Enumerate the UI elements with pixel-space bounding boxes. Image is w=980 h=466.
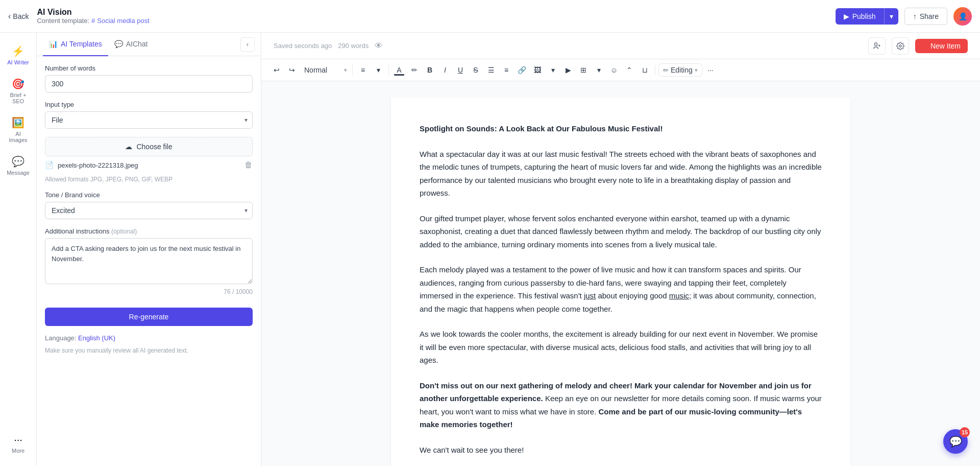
table-button[interactable]: ⊞ bbox=[576, 64, 591, 76]
disclaimer: Make sure you manually review all AI gen… bbox=[45, 346, 253, 355]
word-count: 290 words bbox=[338, 42, 369, 50]
choose-file-group: ☁ Choose file 📄 pexels-photo-2221318.jpe… bbox=[45, 137, 253, 183]
language-label: Language: bbox=[45, 334, 76, 342]
toolbar-divider bbox=[388, 65, 389, 75]
collapse-panel-button[interactable]: ‹ bbox=[240, 37, 255, 52]
number-of-words-input[interactable] bbox=[45, 75, 253, 92]
input-type-select[interactable]: File Text URL bbox=[45, 111, 253, 129]
svg-point-3 bbox=[899, 45, 901, 47]
file-name: pexels-photo-2221318.jpeg bbox=[58, 161, 240, 169]
sidebar-item-ai-writer[interactable]: ⚡ AI Writer bbox=[3, 41, 34, 69]
add-user-icon-button[interactable] bbox=[868, 37, 886, 55]
header-right: ▶ Publish ▾ ↑ Share 👤 bbox=[836, 7, 972, 26]
input-type-group: Input type File Text URL ▾ bbox=[45, 101, 253, 129]
more-toolbar-button[interactable]: ··· bbox=[703, 64, 718, 76]
text-align-dropdown-button[interactable]: ▾ bbox=[371, 64, 385, 76]
bullet-list-button[interactable]: ☰ bbox=[484, 64, 498, 76]
page-title: AI Vision bbox=[37, 8, 149, 17]
settings-icon-button[interactable] bbox=[892, 37, 909, 55]
play-button[interactable]: ▶ bbox=[561, 64, 575, 76]
tab-ai-chat[interactable]: 💬 AIChat bbox=[108, 33, 154, 56]
upload-icon: ☁ bbox=[125, 143, 132, 151]
tab-ai-templates-label: AI Templates bbox=[61, 40, 102, 48]
emoji-button[interactable]: ☺ bbox=[607, 64, 621, 76]
editor-content: Spotlight on Sounds: A Look Back at Our … bbox=[261, 81, 980, 466]
paragraph-5: As we look towards the cooler months, th… bbox=[420, 328, 822, 367]
file-formats-note: Allowed formats JPG, JPEG, PNG, GIF, WEB… bbox=[45, 176, 253, 183]
bold-button[interactable]: B bbox=[423, 64, 437, 76]
style-select[interactable]: Normal Heading 1 Heading 2 bbox=[300, 64, 349, 76]
back-label: Back bbox=[13, 12, 29, 20]
regenerate-button[interactable]: Re-generate bbox=[45, 308, 253, 326]
svg-point-0 bbox=[874, 43, 877, 45]
share-label: Share bbox=[920, 12, 939, 20]
optional-label: (optional) bbox=[111, 228, 137, 235]
italic-button[interactable]: I bbox=[438, 64, 452, 76]
image-button[interactable]: 🖼 bbox=[530, 64, 545, 76]
sidebar-item-brief-seo[interactable]: 🎯 Brief + SEO bbox=[3, 74, 34, 108]
chat-widget[interactable]: 💬 15 bbox=[943, 429, 968, 454]
ai-chat-icon: 💬 bbox=[114, 40, 123, 48]
back-button[interactable]: ‹ Back bbox=[8, 12, 29, 21]
regenerate-label: Re-generate bbox=[129, 313, 169, 321]
content-template-label: Content template: bbox=[37, 17, 89, 25]
add-user-icon bbox=[873, 42, 881, 50]
image-dropdown-button[interactable]: ▾ bbox=[546, 64, 560, 76]
sidebar-item-label: More bbox=[12, 448, 24, 454]
visibility-icon[interactable]: 👁 bbox=[375, 41, 383, 51]
table-dropdown-button[interactable]: ▾ bbox=[592, 64, 606, 76]
tone-group: Tone / Brand voice Excited Professional … bbox=[45, 191, 253, 219]
additional-instructions-label: Additional instructions (optional) bbox=[45, 227, 253, 235]
delete-file-button[interactable]: 🗑 bbox=[244, 160, 253, 170]
text-align-button[interactable]: ≡ bbox=[356, 64, 370, 76]
language-link[interactable]: English (UK) bbox=[78, 334, 115, 342]
tone-select-wrap: Excited Professional Casual Funny Formal… bbox=[45, 202, 253, 219]
special-char-button[interactable]: ⌃ bbox=[622, 64, 636, 76]
tab-ai-templates[interactable]: 📊 AI Templates bbox=[43, 33, 108, 56]
file-item: 📄 pexels-photo-2221318.jpeg 🗑 bbox=[45, 156, 253, 174]
paragraph-2: What a spectacular day it was at our las… bbox=[420, 148, 822, 200]
new-item-button[interactable]: New Item bbox=[915, 39, 968, 53]
paragraph-4: Each melody played was a testament to th… bbox=[420, 263, 822, 315]
sidebar-item-label: AI Writer bbox=[7, 59, 29, 65]
editor-document[interactable]: Spotlight on Sounds: A Look Back at Our … bbox=[391, 98, 850, 466]
header: ‹ Back AI Vision Content template: # Soc… bbox=[0, 0, 980, 33]
saved-status: Saved seconds ago bbox=[274, 42, 332, 50]
editing-mode-label: Editing bbox=[671, 66, 693, 74]
subscript-button[interactable]: ⊔ bbox=[638, 64, 652, 76]
toolbar-divider bbox=[655, 65, 655, 75]
editor-toolbar: ↩ ↪ Normal Heading 1 Heading 2 ▾ ≡ ▾ A ✏… bbox=[261, 59, 980, 81]
underline-button[interactable]: U bbox=[453, 64, 468, 76]
sidebar-item-more[interactable]: ··· More bbox=[3, 430, 34, 458]
template-name[interactable]: Social media post bbox=[97, 17, 150, 25]
sidebar-item-message[interactable]: 💬 Message bbox=[3, 151, 34, 180]
image-icon: 🖼️ bbox=[12, 116, 24, 129]
numbered-list-button[interactable]: ≡ bbox=[499, 64, 513, 76]
font-color-underline bbox=[394, 74, 404, 76]
additional-instructions-input[interactable]: Add a CTA asking readers to join us for … bbox=[45, 238, 253, 284]
input-type-select-wrap: File Text URL ▾ bbox=[45, 111, 253, 129]
publish-button[interactable]: ▶ Publish ▾ bbox=[836, 8, 898, 25]
link-button[interactable]: 🔗 bbox=[514, 64, 529, 76]
chat-icon: 💬 bbox=[949, 435, 962, 448]
publish-dropdown-arrow[interactable]: ▾ bbox=[885, 8, 898, 25]
share-button[interactable]: ↑ Share bbox=[904, 8, 947, 25]
share-icon: ↑ bbox=[913, 12, 917, 20]
editor-meta: Saved seconds ago 290 words 👁 bbox=[274, 41, 383, 51]
undo-button[interactable]: ↩ bbox=[270, 64, 284, 76]
font-color-button[interactable]: A bbox=[392, 64, 406, 76]
highlight-button[interactable]: ✏ bbox=[407, 64, 422, 76]
editing-mode-select[interactable]: ✏ Editing ▾ bbox=[658, 63, 702, 77]
lightning-icon: ⚡ bbox=[12, 45, 24, 57]
input-type-label: Input type bbox=[45, 101, 253, 108]
number-of-words-group: Number of words bbox=[45, 64, 253, 92]
choose-file-button[interactable]: ☁ Choose file bbox=[45, 137, 253, 156]
redo-button[interactable]: ↪ bbox=[285, 64, 299, 76]
panel-tabs: 📊 AI Templates 💬 AIChat ‹ bbox=[37, 33, 261, 56]
strikethrough-button[interactable]: S bbox=[469, 64, 483, 76]
sidebar-item-ai-images[interactable]: 🖼️ AI Images bbox=[3, 112, 34, 147]
chevron-down-icon: ▾ bbox=[695, 67, 698, 74]
tone-select[interactable]: Excited Professional Casual Funny Formal bbox=[45, 202, 253, 219]
avatar[interactable]: 👤 bbox=[953, 7, 972, 26]
paragraph-1: Spotlight on Sounds: A Look Back at Our … bbox=[420, 122, 822, 135]
